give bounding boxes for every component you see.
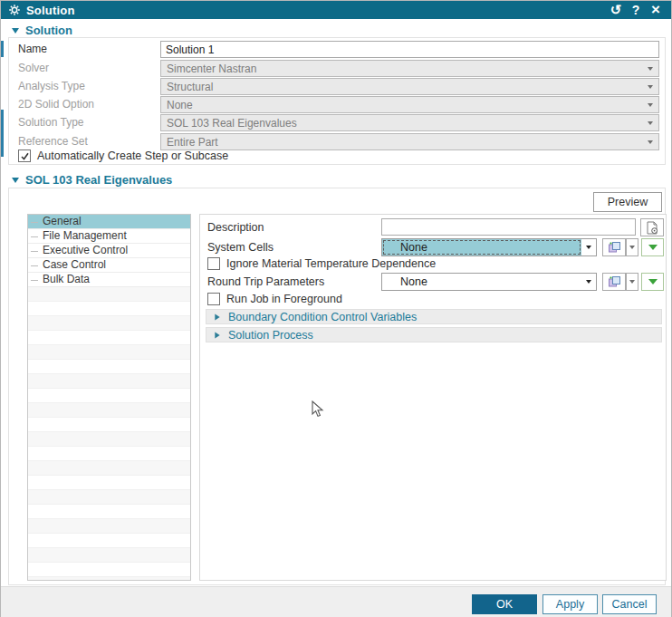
boundary-condition-expander[interactable]: Boundary Condition Control Variables [206,309,662,324]
nav-item-general[interactable]: General [28,215,190,229]
help-icon[interactable]: ? [626,2,646,18]
auto-subcase-label: Automatically Create Step or Subcase [37,149,228,162]
chevron-down-icon [648,67,653,71]
system-cells-dropdown[interactable]: None [381,238,597,256]
section-title: Solution [25,24,72,37]
empty-list-row [28,563,190,577]
empty-list-row [28,389,190,403]
empty-list-row [28,447,190,461]
description-label: Description [207,221,264,234]
solution-process-expander[interactable]: Solution Process [206,327,662,342]
sol103-group: Preview General File Management Executiv… [8,188,666,585]
copy-options-arrow-button[interactable] [626,273,638,291]
chevron-down-icon [586,280,591,284]
empty-list-row [28,519,190,534]
empty-list-row [28,505,190,519]
expander-label: Solution Process [228,329,313,342]
expand-triangle-icon [215,313,219,320]
collapse-triangle-icon [12,178,19,183]
cancel-button[interactable]: Cancel [602,594,657,614]
empty-list-row [28,345,190,360]
copy-icon [608,241,621,254]
round-trip-dropdown[interactable]: None [381,273,597,291]
chevron-down-icon [629,246,635,249]
nav-item-executive-control[interactable]: Executive Control [28,244,190,258]
copy-from-existing-button[interactable] [602,273,626,291]
nav-item-file-management[interactable]: File Management [28,229,190,244]
empty-list-row [28,302,190,316]
analysis-type-dropdown: Structural [160,78,659,95]
empty-list-row [28,534,190,548]
empty-list-row [28,577,190,581]
solution-section-header[interactable]: Solution [12,24,72,37]
general-settings-panel: Description System Cells None [199,214,667,581]
empty-list-row [28,432,190,447]
chevron-down-icon [629,280,635,284]
create-new-button[interactable] [641,273,664,291]
auto-subcase-checkbox[interactable] [18,149,31,162]
run-job-checkbox[interactable] [207,293,220,305]
sol103-section-header[interactable]: SOL 103 Real Eigenvalues [12,173,172,187]
empty-list-row [28,360,190,374]
green-down-arrow-icon [648,245,658,250]
expander-label: Boundary Condition Control Variables [228,311,417,323]
create-new-button[interactable] [641,238,664,256]
chevron-down-icon [648,121,653,125]
name-input[interactable] [160,41,659,58]
empty-list-row [28,476,190,490]
round-trip-label: Round Trip Parameters [207,275,324,288]
reset-icon[interactable]: ↺ [606,2,626,18]
run-job-label: Run Job in Foreground [226,293,342,305]
ok-button[interactable]: OK [472,594,537,614]
empty-list-row [28,403,190,418]
reference-set-dropdown: Entire Part [160,133,659,150]
copy-from-existing-button[interactable] [602,238,626,256]
close-icon[interactable]: × [646,2,666,18]
nav-item-case-control[interactable]: Case Control [28,258,190,273]
solution-group: Name Solver Simcenter Nastran Analysis T… [8,37,666,165]
sol103-nav-list: General File Management Executive Contro… [27,214,191,581]
title-bar: Solution ↺ ? × [1,1,671,19]
ignore-material-checkbox[interactable] [207,257,220,270]
expand-triangle-icon [215,332,219,338]
empty-list-row [28,287,190,302]
chevron-down-icon [648,103,653,107]
nav-item-bulk-data[interactable]: Bulk Data [28,273,190,287]
copy-options-arrow-button[interactable] [626,238,638,256]
chevron-down-icon [586,246,591,249]
empty-list-row [28,374,190,389]
analysis-type-label: Analysis Type [18,80,85,92]
empty-list-row [28,490,190,505]
chevron-down-icon [648,140,653,144]
solid-option-label: 2D Solid Option [18,98,94,111]
collapse-triangle-icon [12,28,19,34]
solution-dialog: Solution ↺ ? × Solution Name Solver Simc… [0,0,672,617]
empty-list-row [28,461,190,476]
empty-list-row [28,331,190,345]
empty-list-row [28,418,190,432]
dialog-edge-rail [1,110,4,157]
empty-list-row [28,548,190,563]
solver-label: Solver [18,62,49,74]
copy-icon [608,275,621,288]
gear-icon [8,4,21,16]
solid-option-dropdown: None [160,96,659,113]
description-input[interactable] [381,218,636,236]
footer-bar: OK Apply Cancel [1,586,671,617]
reference-set-label: Reference Set [18,135,88,148]
name-label: Name [18,43,47,55]
apply-button[interactable]: Apply [542,594,598,614]
empty-list-row [28,316,190,331]
solver-dropdown: Simcenter Nastran [160,60,659,77]
open-editor-button[interactable] [640,218,664,236]
chevron-down-icon [648,85,653,89]
dialog-edge-rail [1,41,4,57]
ignore-material-label: Ignore Material Temperature Dependence [226,257,436,270]
solution-type-dropdown: SOL 103 Real Eigenvalues [160,114,659,131]
green-down-arrow-icon [648,279,658,284]
preview-button[interactable]: Preview [593,192,662,212]
section-title: SOL 103 Real Eigenvalues [25,173,172,187]
solution-type-label: Solution Type [18,116,84,129]
document-edit-icon [647,221,658,235]
dialog-title: Solution [26,4,75,17]
